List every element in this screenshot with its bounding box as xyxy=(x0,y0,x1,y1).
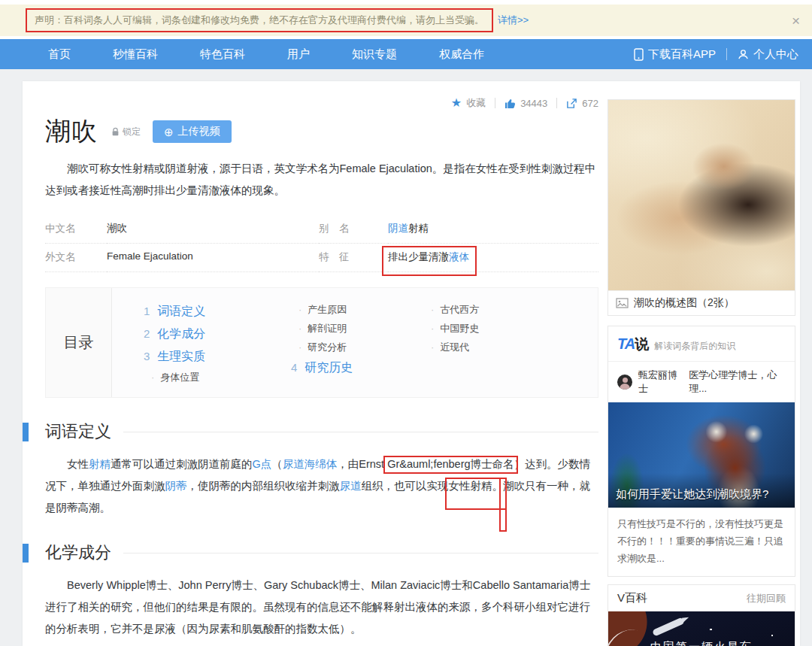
text-segment: Beverly Whipple博士、John Perry博士、Gary Schu… xyxy=(45,579,590,635)
section-marker xyxy=(23,423,29,441)
upload-video-button[interactable]: ⊕ 上传视频 xyxy=(153,120,232,143)
nav-item-quanwei[interactable]: 权威合作 xyxy=(439,47,484,62)
overview-photo[interactable] xyxy=(608,100,795,290)
author-desc: 医学心理学博士，心理... xyxy=(689,368,786,396)
vbaike-review-link[interactable]: 往期回顾 xyxy=(747,592,786,605)
thumb-up-icon xyxy=(504,98,516,109)
toc-item-huaxuechengfen[interactable]: 2化学成分 xyxy=(144,323,291,345)
download-app-link[interactable]: 下载百科APP xyxy=(634,47,716,62)
vbaike-image[interactable]: 中国第一辆火星车 祝融号的名字 是怎么来的? xyxy=(608,611,795,646)
vbaike-box: V百科 往期回顾 中国第一辆火星车 祝融号的名字 是怎么来的? xyxy=(607,584,795,646)
personal-center-link[interactable]: 个人中心 xyxy=(738,47,798,62)
stat-separator xyxy=(556,98,557,108)
section-marker xyxy=(23,544,29,563)
tashuo-video-thumbnail[interactable]: 如何用手爱让她达到潮吹境界? xyxy=(608,402,795,508)
infobox-value: 阴道射精 xyxy=(388,222,429,235)
share-button[interactable]: 672 xyxy=(566,98,598,109)
inline-link[interactable]: 尿道 xyxy=(340,480,362,492)
toc-item-jinxiandai[interactable]: ·近现代 xyxy=(423,338,551,356)
toc-item-chanshengyuanyin[interactable]: ·产生原因 xyxy=(291,300,423,319)
page-body: ★ 收藏 34443 672 xyxy=(0,69,812,646)
infobox: 中文名 潮吹 别 名 阴道射精 外文名 Female Ejaculation 特… xyxy=(45,215,598,272)
top-navbar: 首页 秒懂百科 特色百科 用户 知识专题 权威合作 下载百科APP 个人中心 xyxy=(0,39,812,69)
text-segment: 组织，也可以实现 xyxy=(362,480,449,492)
toc-item-jiepouzhengming[interactable]: ·解剖证明 xyxy=(291,319,423,338)
toc-columns: 1词语定义 2化学成分 3生理实质 ·身体位置 ·产生原因 ·解剖证明 ·研究分… xyxy=(112,288,598,397)
toc-item-yanjiulishi[interactable]: 4研究历史 xyxy=(291,356,423,379)
nav-item-zhishi[interactable]: 知识专题 xyxy=(352,47,397,62)
section-title: 词语定义 xyxy=(45,420,111,443)
article-stats: ★ 收藏 34443 672 xyxy=(45,96,598,110)
author-name: 甄宏丽博士 xyxy=(638,368,683,396)
infobox-label: 别 名 xyxy=(319,215,388,244)
toc-item-zhongguoyeshi[interactable]: ·中国野史 xyxy=(423,319,551,338)
inline-link[interactable]: 阴道 xyxy=(388,223,408,234)
section-heading-row: 化学成分 xyxy=(45,541,598,564)
toc-item-shenglishizhi[interactable]: 3生理实质 xyxy=(144,345,291,368)
plus-circle-icon: ⊕ xyxy=(164,126,174,138)
nav-item-miaodong[interactable]: 秒懂百科 xyxy=(113,47,158,62)
close-icon[interactable]: × xyxy=(792,14,800,28)
inline-link[interactable]: G点 xyxy=(253,458,272,470)
tashuo-author-link[interactable]: 甄宏丽博士 医学心理学博士，心理... xyxy=(608,362,795,402)
infobox-label: 外文名 xyxy=(45,244,107,272)
detail-link[interactable]: 详情>> xyxy=(498,14,529,27)
text-segment: 射精 xyxy=(408,223,429,234)
lock-status: 锁定 xyxy=(111,126,141,138)
section-divider xyxy=(123,553,598,553)
inline-link[interactable]: 射精 xyxy=(89,458,111,470)
tashuo-header: TA说 解读词条背后的知识 xyxy=(608,326,795,362)
stat-separator xyxy=(495,98,495,108)
inline-link[interactable]: 液体 xyxy=(449,251,469,262)
toc-item-gudaixifang[interactable]: ·古代西方 xyxy=(423,300,551,319)
inline-link[interactable]: 尿道海绵体 xyxy=(283,458,338,470)
text-segment: （ xyxy=(271,458,283,470)
text-segment: ，由Ernst xyxy=(337,458,387,470)
section-divider xyxy=(123,432,598,432)
content-card: ★ 收藏 34443 672 xyxy=(23,81,800,646)
text-segment: 通常可以通过刺激阴道前庭的 xyxy=(111,458,253,470)
inline-link[interactable]: 阴蒂 xyxy=(165,480,187,492)
nav-item-home[interactable]: 首页 xyxy=(48,47,71,62)
text-segment: Female Ejaculation xyxy=(107,250,193,262)
overview-caption-link[interactable]: 潮吹的概述图（2张） xyxy=(608,290,795,315)
sidebar: 潮吹的概述图（2张） TA说 解读词条背后的知识 甄宏丽博士 医学心理学博士，心… xyxy=(607,81,795,646)
infobox-label: 中文名 xyxy=(45,215,107,244)
nav-divider xyxy=(726,48,727,60)
infobox-value-annotated: 排出少量清澈液体 xyxy=(388,250,469,264)
avatar xyxy=(617,375,632,390)
toc-item-ciyudingyi[interactable]: 1词语定义 xyxy=(144,300,291,323)
page-title: 潮吹 xyxy=(45,114,98,149)
section-paragraph: Beverly Whipple博士、John Perry博士、Gary Schu… xyxy=(45,575,598,640)
tashuo-box: TA说 解读词条背后的知识 甄宏丽博士 医学心理学博士，心理... 如何用手爱让… xyxy=(607,326,795,577)
person-icon xyxy=(738,49,749,60)
toc-item-yanjiufenxi[interactable]: ·研究分析 xyxy=(291,338,423,356)
main-column: ★ 收藏 34443 672 xyxy=(45,81,598,646)
tashuo-summary: 只有性技巧是不行的，没有性技巧更是不行的！！！重要的事情说三遍！只追求潮吹是..… xyxy=(608,508,795,576)
notice-statement: 声明：百科词条人人可编辑，词条创建和修改均免费，绝不存在官方及代理商付费代编，请… xyxy=(26,8,493,32)
table-of-contents: 目录 1词语定义 2化学成分 3生理实质 ·身体位置 ·产生原因 ·解剖证明 ·… xyxy=(45,287,598,398)
section-heading-row: 词语定义 xyxy=(45,420,598,443)
picture-icon xyxy=(616,298,629,308)
vbaike-title: V百科 xyxy=(617,591,647,605)
annotation-red-box: 女性射精。 xyxy=(449,480,504,492)
text-segment: ，使阴蒂的内部组织收缩并刺激 xyxy=(187,480,340,492)
section-ciyudingyi: 词语定义 女性射精通常可以通过刺激阴道前庭的G点（尿道海绵体，由Ernst Gr… xyxy=(45,420,598,519)
phone-icon xyxy=(634,48,644,61)
nav-item-tese[interactable]: 特色百科 xyxy=(200,47,245,62)
notice-banner: 声明：百科词条人人可编辑，词条创建和修改均免费，绝不存在官方及代理商付费代编，请… xyxy=(0,5,812,36)
tashuo-logo: TA说 xyxy=(617,335,648,354)
section-title: 化学成分 xyxy=(45,541,111,564)
like-button[interactable]: 34443 xyxy=(504,98,547,109)
vbaike-image-text: 中国第一辆火星车 祝融号的名字 是怎么来的? xyxy=(608,640,795,646)
infobox-label: 特 征 xyxy=(319,244,388,272)
infobox-value: Female Ejaculation xyxy=(107,250,193,262)
favorite-button[interactable]: ★ 收藏 xyxy=(451,96,486,110)
section-huaxuechengfen: 化学成分 Beverly Whipple博士、John Perry博士、Gary… xyxy=(45,541,598,646)
video-title: 如何用手爱让她达到潮吹境界? xyxy=(616,487,768,502)
title-row: 潮吹 锁定 ⊕ 上传视频 xyxy=(45,114,598,149)
annotation-red-box: Gr&auml;fenberg博士命名 xyxy=(387,458,514,470)
nav-right: 下载百科APP 个人中心 xyxy=(634,47,798,62)
toc-item-shentiweizhi[interactable]: ·身体位置 xyxy=(144,368,291,387)
nav-item-user[interactable]: 用户 xyxy=(287,47,310,62)
